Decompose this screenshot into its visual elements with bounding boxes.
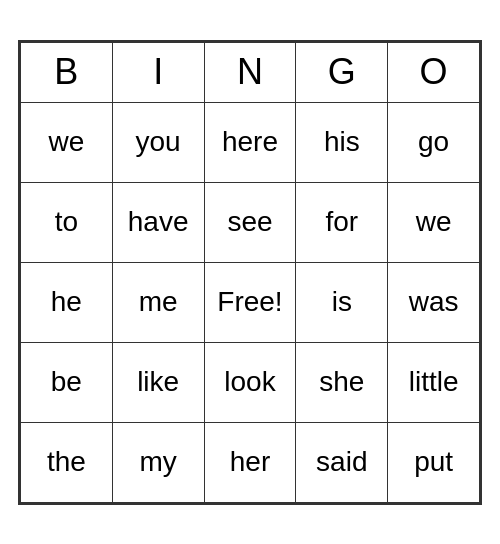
table-cell: is <box>296 262 388 342</box>
col-o: O <box>388 42 480 102</box>
table-cell: my <box>112 422 204 502</box>
bingo-table: B I N G O weyouherehisgotohaveseeforwehe… <box>20 42 480 503</box>
bingo-card: B I N G O weyouherehisgotohaveseeforwehe… <box>18 40 482 505</box>
table-cell: have <box>112 182 204 262</box>
table-cell: Free! <box>204 262 296 342</box>
table-cell: put <box>388 422 480 502</box>
table-cell: little <box>388 342 480 422</box>
table-cell: for <box>296 182 388 262</box>
table-cell: we <box>21 102 113 182</box>
table-cell: was <box>388 262 480 342</box>
table-row: belikelookshelittle <box>21 342 480 422</box>
table-cell: we <box>388 182 480 262</box>
header-row: B I N G O <box>21 42 480 102</box>
col-i: I <box>112 42 204 102</box>
table-cell: look <box>204 342 296 422</box>
table-cell: here <box>204 102 296 182</box>
col-n: N <box>204 42 296 102</box>
table-cell: she <box>296 342 388 422</box>
table-row: weyouherehisgo <box>21 102 480 182</box>
table-cell: her <box>204 422 296 502</box>
table-cell: to <box>21 182 113 262</box>
table-cell: be <box>21 342 113 422</box>
table-cell: you <box>112 102 204 182</box>
table-row: themyhersaidput <box>21 422 480 502</box>
table-cell: the <box>21 422 113 502</box>
table-cell: me <box>112 262 204 342</box>
table-row: tohaveseeforwe <box>21 182 480 262</box>
table-row: hemeFree!iswas <box>21 262 480 342</box>
col-g: G <box>296 42 388 102</box>
table-cell: he <box>21 262 113 342</box>
col-b: B <box>21 42 113 102</box>
table-cell: his <box>296 102 388 182</box>
table-cell: see <box>204 182 296 262</box>
table-cell: said <box>296 422 388 502</box>
table-cell: go <box>388 102 480 182</box>
table-cell: like <box>112 342 204 422</box>
